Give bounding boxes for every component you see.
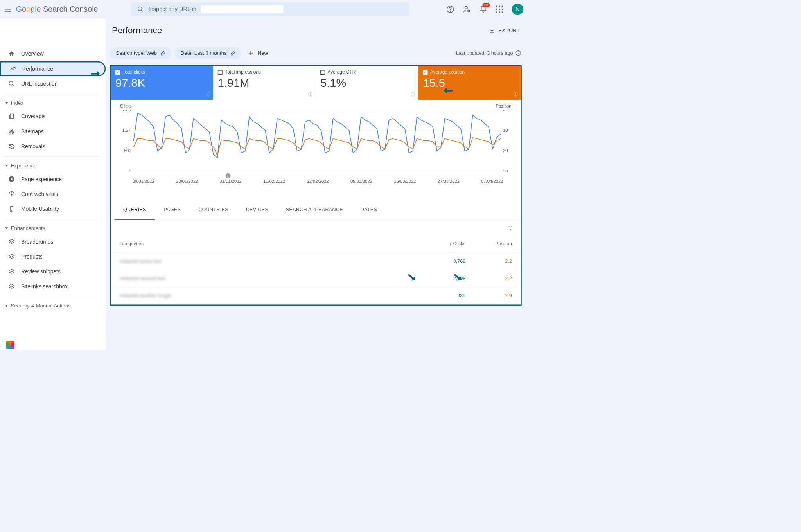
svg-text:0: 0 — [503, 110, 505, 112]
layers-icon — [8, 239, 15, 245]
pages-icon — [8, 113, 15, 120]
sidebar-item-mobile-usability[interactable]: Mobile Usability — [0, 201, 106, 216]
search-input-mask — [201, 5, 284, 13]
section-experience[interactable]: Experience — [0, 159, 106, 172]
help-icon[interactable]: ⓘ — [308, 92, 312, 97]
svg-point-0 — [138, 7, 142, 11]
svg-point-14 — [11, 194, 12, 195]
help-icon[interactable]: ⓘ — [411, 92, 415, 97]
checkbox-icon — [218, 70, 223, 75]
checkbox-icon — [423, 70, 427, 75]
notifications-icon[interactable]: 28 — [480, 5, 487, 13]
apps-icon[interactable] — [496, 5, 503, 13]
edit-icon — [230, 50, 235, 56]
tab-countries[interactable]: COUNTRIES — [190, 200, 237, 220]
trend-icon — [9, 65, 16, 72]
user-settings-icon[interactable] — [463, 5, 471, 13]
filter-date[interactable]: Date: Last 3 months — [175, 47, 241, 59]
tab-queries[interactable]: QUERIES — [115, 200, 155, 220]
tab-dates[interactable]: DATES — [352, 200, 386, 220]
metric-average-ctr[interactable]: Average CTR5.1%ⓘ — [316, 66, 418, 100]
sidebar-item-removals[interactable]: Removals — [0, 139, 106, 154]
sidebar-item-review-snippets[interactable]: Review snippets — [0, 264, 106, 279]
download-icon — [489, 27, 496, 34]
svg-text:30: 30 — [503, 169, 508, 172]
help-icon[interactable]: ⓘ — [514, 92, 518, 97]
svg-text:1.2K: 1.2K — [122, 128, 131, 132]
search-icon — [137, 6, 144, 13]
svg-point-16 — [11, 211, 12, 211]
filter-search-type[interactable]: Search type: Web — [110, 47, 171, 59]
svg-text:600: 600 — [124, 149, 131, 153]
checkbox-icon — [320, 70, 325, 75]
svg-text:20: 20 — [503, 149, 508, 153]
mobile-icon — [8, 206, 15, 212]
chart-annotation[interactable]: 1 — [226, 173, 231, 178]
sidebar-item-products[interactable]: Products — [0, 249, 106, 264]
extension-icon[interactable] — [6, 341, 14, 349]
product-name: Search Console — [43, 5, 98, 14]
svg-point-3 — [450, 11, 451, 11]
sidebar-item-overview[interactable]: Overview — [0, 47, 106, 61]
tab-search-appearance[interactable]: SEARCH APPEARANCE — [277, 200, 352, 220]
page-title: Performance — [112, 25, 162, 36]
add-filter[interactable]: New — [245, 50, 268, 56]
line-chart: 06001.2K1.8K0102030 1 — [120, 110, 512, 172]
svg-point-5 — [468, 10, 470, 12]
menu-icon[interactable] — [5, 6, 11, 13]
svg-line-7 — [13, 84, 14, 86]
svg-line-1 — [141, 10, 143, 12]
svg-rect-8 — [10, 114, 14, 118]
table-row[interactable]: redacted another longer9892.9 — [111, 287, 521, 304]
right-axis-label: Position — [496, 104, 512, 109]
sidebar-item-core-web-vitals[interactable]: Core web vitals — [0, 187, 106, 201]
help-icon[interactable] — [515, 50, 521, 56]
svg-rect-9 — [11, 129, 13, 131]
url-search[interactable]: Inspect any URL in — [131, 2, 409, 16]
avatar[interactable]: N — [512, 4, 523, 15]
metric-average-position[interactable]: Average position15.5ⓘ — [418, 66, 521, 100]
col-queries: Top queries — [120, 241, 419, 247]
sidebar-item-sitelinks-searchbox[interactable]: Sitelinks searchbox — [0, 279, 106, 294]
svg-text:1.8K: 1.8K — [122, 110, 131, 112]
sidebar-item-coverage[interactable]: Coverage — [0, 109, 106, 124]
export-button[interactable]: EXPORT — [489, 27, 520, 34]
last-updated: Last updated: 3 hours ago — [456, 50, 521, 56]
svg-point-6 — [9, 81, 13, 85]
help-icon[interactable] — [446, 5, 454, 13]
left-axis-label: Clicks — [120, 104, 132, 109]
edit-icon — [160, 50, 165, 56]
sitemap-icon — [8, 128, 15, 135]
layers-icon — [8, 283, 15, 290]
layers-icon — [8, 268, 15, 275]
notification-badge: 28 — [483, 3, 490, 7]
layers-icon — [8, 253, 15, 260]
svg-rect-11 — [13, 133, 14, 134]
sidebar-item-breadcrumbs[interactable]: Breadcrumbs — [0, 234, 106, 249]
speed-icon — [8, 191, 15, 198]
property-selector[interactable] — [5, 24, 101, 42]
svg-point-4 — [465, 6, 468, 9]
search-icon — [8, 81, 15, 87]
svg-rect-10 — [9, 133, 11, 134]
sidebar-item-sitemaps[interactable]: Sitemaps — [0, 124, 106, 139]
table-row[interactable]: redacted query text3,7682.2 — [111, 253, 521, 270]
sidebar-item-page-experience[interactable]: Page experience — [0, 172, 106, 187]
annotation-arrow: ➞ — [90, 66, 101, 81]
tab-pages[interactable]: PAGES — [155, 200, 190, 220]
filter-icon[interactable] — [507, 225, 514, 231]
section-index[interactable]: Index — [0, 97, 106, 109]
col-clicks[interactable]: ↓Clicks — [419, 241, 466, 247]
checkbox-icon — [115, 70, 120, 75]
tab-devices[interactable]: DEVICES — [237, 200, 277, 220]
hide-icon — [8, 143, 15, 150]
plus-icon — [247, 50, 254, 56]
metric-total-clicks[interactable]: Total clicks97.8Kⓘ — [111, 66, 213, 100]
metric-total-impressions[interactable]: Total impressions1.91Mⓘ — [213, 66, 316, 100]
svg-text:10: 10 — [503, 128, 508, 132]
logo: Google Search Console — [16, 5, 98, 14]
section-enhancements[interactable]: Enhancements — [0, 222, 106, 234]
col-position[interactable]: Position — [465, 241, 512, 247]
help-icon[interactable]: ⓘ — [206, 92, 210, 97]
section-security[interactable]: Security & Manual Actions — [0, 300, 106, 312]
